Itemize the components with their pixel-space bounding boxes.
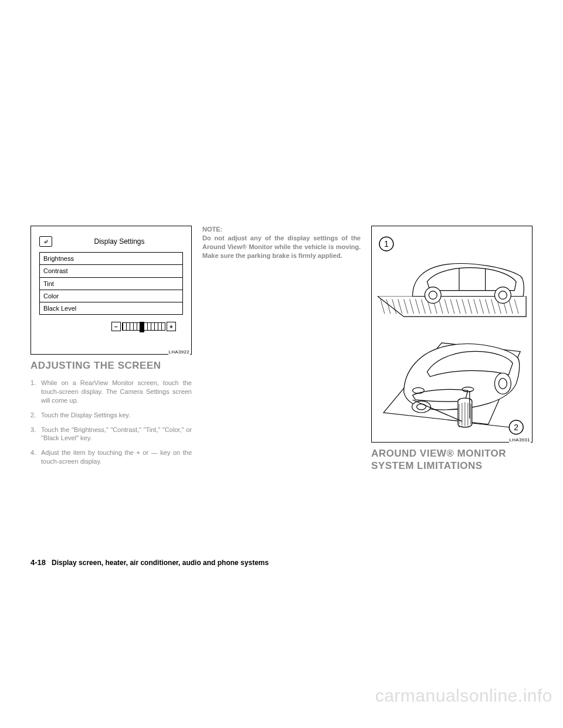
step-text: Touch the Display Settings key. [41, 411, 192, 420]
plus-button-icon: + [167, 322, 176, 331]
list-item: Black Level [40, 302, 182, 314]
step-text: Touch the "Brightness," "Contrast," "Tin… [41, 426, 192, 443]
page-number: 4-18 [30, 558, 46, 567]
column-middle: NOTE: Do not adjust any of the display s… [202, 226, 361, 554]
column-left: ⤶ Display Settings Brightness Contrast T… [30, 226, 192, 554]
page-footer: 4-18 Display screen, heater, air conditi… [30, 558, 533, 567]
list-item: Color [40, 290, 182, 302]
list-item: Brightness [40, 253, 182, 265]
figure-around-view: 1 [371, 226, 533, 443]
heading-adjusting-screen: ADJUSTING THE SCREEN [30, 359, 192, 372]
svg-point-26 [425, 287, 441, 304]
list-item: Contrast [40, 265, 182, 277]
step-text: While on a RearView Monitor screen, touc… [41, 379, 192, 405]
steps-list: While on a RearView Monitor screen, touc… [30, 379, 192, 472]
watermark: carmanualsonline.info [375, 686, 552, 706]
step-text: Adjust the item by touching the + or — k… [41, 448, 192, 466]
svg-line-46 [472, 423, 510, 427]
display-settings-screen: ⤶ Display Settings Brightness Contrast T… [39, 234, 183, 346]
slider-track [122, 322, 165, 331]
step-item: Touch the "Brightness," "Contrast," "Tin… [30, 426, 192, 443]
vehicle-diagram-icon: 1 [372, 226, 532, 442]
heading-around-view-limitations: AROUND VIEW® MONITOR SYSTEM LIMITATIONS [371, 447, 533, 472]
display-settings-list: Brightness Contrast Tint Color Black Lev… [39, 252, 183, 315]
step-item: While on a RearView Monitor screen, touc… [30, 379, 192, 405]
slider-thumb-icon [140, 322, 144, 332]
content-columns: ⤶ Display Settings Brightness Contrast T… [30, 226, 533, 554]
svg-point-35 [494, 373, 511, 394]
callout-1: 1 [384, 239, 389, 249]
note-body: Do not adjust any of the display setting… [202, 234, 361, 260]
adjustment-slider: − + [111, 321, 176, 332]
manual-page: ⤶ Display Settings Brightness Contrast T… [0, 0, 563, 728]
step-item: Adjust the item by touching the + or — k… [30, 448, 192, 466]
figure-code: LHA3931 [509, 437, 531, 443]
display-settings-title: Display Settings [56, 237, 183, 246]
column-right: 1 [371, 226, 533, 554]
step-item: Touch the Display Settings key. [30, 411, 192, 420]
callout-2: 2 [514, 423, 518, 432]
svg-point-28 [494, 287, 511, 304]
list-item: Tint [40, 278, 182, 290]
figure-display-settings: ⤶ Display Settings Brightness Contrast T… [30, 226, 192, 355]
back-icon: ⤶ [39, 236, 52, 247]
minus-button-icon: − [111, 322, 121, 331]
note-label: NOTE: [202, 226, 361, 233]
section-title: Display screen, heater, air conditioner,… [52, 559, 269, 567]
display-settings-header: ⤶ Display Settings [39, 234, 183, 249]
figure-code: LHA3922 [168, 349, 190, 355]
